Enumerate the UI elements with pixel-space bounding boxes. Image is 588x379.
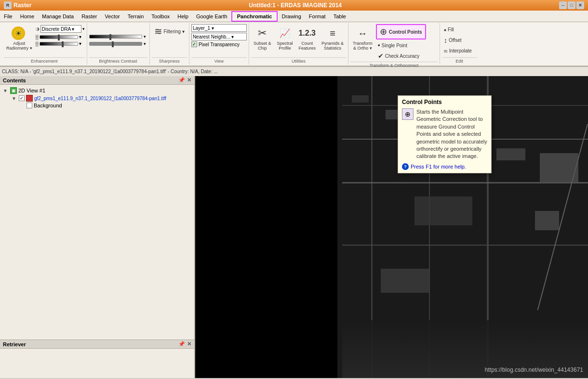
menu-help[interactable]: Help [174,11,192,22]
retriever-pin[interactable]: 📌 [178,341,185,347]
tree-label-bg: Background [34,103,62,108]
retriever-header: Retriever 📌 ✕ [0,340,194,349]
bldg5 [414,196,472,225]
app-icon: R [4,1,12,9]
contents-pin[interactable]: 📌 [178,77,185,83]
ribbon: ☀ AdjustRadiometry ▾ ◑ Discrete DRA ▾ ▾ … [0,22,588,66]
ribbon-group-view: Layer_1 ▾ Nearest Neighb... ▾ ✓ Pixel Tr… [189,23,249,65]
pixel-transparency-label: Pixel Transparency [199,42,240,47]
spectral-profile-button[interactable]: 📈 SpectralProfile [274,24,295,52]
bc-arrow2: ▾ [144,41,146,46]
bg-checkbox[interactable] [27,103,32,108]
tree-expand-layer[interactable]: ▼ [12,96,17,101]
adjust-radiometry-icon: ☀ [12,26,27,41]
ribbon-content: ☀ AdjustRadiometry ▾ ◑ Discrete DRA ▾ ▾ … [0,22,588,65]
enhancement-content: ☀ AdjustRadiometry ▾ ◑ Discrete DRA ▾ ▾ … [4,24,85,56]
minimize-button[interactable]: ─ [559,1,567,9]
help-icon: ? [402,163,409,170]
interpolate-button[interactable]: ≈ Interpolate [442,46,474,56]
offset-label: Offset [449,38,462,43]
interpolation-dropdown[interactable]: Nearest Neighb... ▾ [191,33,247,40]
status-text: CLASS: N/A - 'gf2_pms1_e111.9_n37.1_2019… [2,69,218,74]
tree-label-2dview: 2D View #1 [18,88,45,93]
brightness-icon: ◑ [36,26,40,31]
menu-raster[interactable]: Raster [78,11,101,22]
menu-panchromatic[interactable]: Panchromatic [231,11,278,22]
menu-file[interactable]: File [0,11,16,22]
transform-ortho-label: Transform& Ortho ▾ [353,41,373,51]
window-controls[interactable]: ─ □ ✕ [559,1,584,9]
black-area [195,76,337,378]
contrast-slider[interactable] [40,42,78,46]
ribbon-group-transform: ↔ Transform& Ortho ▾ ⊕ Control Points • … [348,23,440,65]
transform-content: ↔ Transform& Ortho ▾ ⊕ Control Points • … [350,24,438,61]
check-accuracy-label: Check Accuracy [385,53,420,59]
edit-content: ▪ Fill ↕ Offset ≈ Interpolate [442,24,477,56]
adjust-radiometry-button[interactable]: ☀ AdjustRadiometry ▾ [4,24,35,52]
menu-format[interactable]: Format [305,11,330,22]
control-points-button[interactable]: ⊕ Control Points [376,24,426,39]
sharpness-label: Sharpness [152,57,187,64]
tree-item-background[interactable]: ▶ Background [2,102,192,109]
close-button[interactable]: ✕ [576,1,584,9]
bldg4 [496,148,525,160]
tooltip-content-row: ⊕ Starts the Multipoint Geometric Correc… [402,108,487,160]
brightness-slider[interactable] [40,35,78,39]
count-features-button[interactable]: 1.2.3 CountFeatures [296,24,318,52]
dra-controls: ◑ Discrete DRA ▾ ▾ ▒ ▾ ▒ [36,24,85,47]
adjust-radiometry-label: AdjustRadiometry ▾ [6,41,32,51]
menu-terrain[interactable]: Terrain [124,11,148,22]
filtering-label: Filtering ▾ [164,29,185,34]
menu-manage-data[interactable]: Manage Data [38,11,78,22]
menu-vector[interactable]: Vector [101,11,124,22]
fill-icon: ▪ [444,26,446,34]
retriever-controls[interactable]: 📌 ✕ [178,341,191,347]
maximize-button[interactable]: □ [568,1,575,9]
tree-item-2dview[interactable]: ▼ ▣ 2D View #1 [2,87,192,94]
offset-button[interactable]: ↕ Offset [442,36,464,45]
contrast-slider2[interactable] [89,42,142,46]
control-points-icon: ⊕ [380,26,387,37]
menu-toolbox[interactable]: Toolbox [147,11,174,22]
single-point-label: Single Point [382,43,407,48]
contents-tree: ▼ ▣ 2D View #1 ▼ ✓ gf2_pms1_e111.9_n37.1… [0,85,194,340]
contents-close[interactable]: ✕ [187,77,191,83]
fill-label: Fill [448,27,454,32]
pixel-transparency-checkbox[interactable]: ✓ [191,41,197,47]
menu-drawing[interactable]: Drawing [278,11,305,22]
ribbon-group-utilities: ✂ Subset &Chip 📈 SpectralProfile 1.2.3 C… [249,23,348,65]
menu-google-earth[interactable]: Google Earth [192,11,231,22]
layer-checkbox[interactable]: ✓ [19,95,25,101]
slider2-arrow: ▾ [79,41,81,46]
main-view: Control Points ⊕ Starts the Multipoint G… [195,76,588,378]
view-canvas[interactable]: Control Points ⊕ Starts the Multipoint G… [195,76,588,378]
contents-controls[interactable]: 📌 ✕ [178,77,191,83]
single-point-button[interactable]: • Single Point [376,40,426,50]
filtering-button[interactable]: ≋ Filtering ▾ [152,24,187,39]
check-accuracy-icon: ✔ [378,52,384,60]
subset-chip-button[interactable]: ✂ Subset &Chip [251,24,274,52]
check-accuracy-button[interactable]: ✔ Check Accuracy [376,51,426,61]
brightness-slider2[interactable] [89,35,142,39]
title-bar: R Raster Untitled:1 - ERDAS IMAGINE 2014… [0,0,588,11]
contents-title: Contents [3,78,26,83]
pyramids-statistics-button[interactable]: ≡ Pyramids &Statistics [319,24,346,52]
edit-label: Edit [442,57,477,64]
retriever-close[interactable]: ✕ [187,341,191,347]
sat-road-h4 [342,245,588,246]
tree-item-layer[interactable]: ▼ ✓ gf2_pms1_e111.9_n37.1_20190122_l1a00… [2,94,192,102]
subset-chip-icon: ✂ [254,26,270,41]
tooltip-description: Starts the Multipoint Geometric Correcti… [416,108,487,160]
transform-ortho-button[interactable]: ↔ Transform& Ortho ▾ [350,24,375,52]
bright2 [535,211,559,230]
fill-button[interactable]: ▪ Fill [442,25,456,35]
menu-table[interactable]: Table [330,11,350,22]
tree-expand-2dview[interactable]: ▼ [3,88,9,93]
discrete-dra-dropdown[interactable]: Discrete DRA ▾ [40,25,81,33]
contents-panel: Contents 📌 ✕ ▼ ▣ 2D View #1 ▼ ✓ [0,76,194,340]
dra-row1: ◑ Discrete DRA ▾ ▾ [36,25,85,33]
layer-dropdown[interactable]: Layer_1 ▾ [191,24,247,32]
transform-label: Transform & Orthocorrect [350,62,438,68]
menu-home[interactable]: Home [16,11,38,22]
transform-ortho-icon: ↔ [355,26,370,41]
